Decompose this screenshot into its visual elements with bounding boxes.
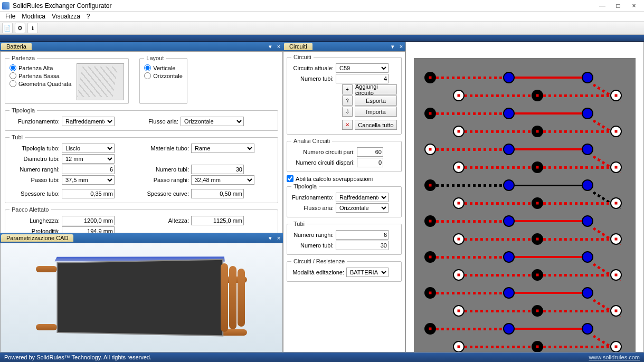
tube-row[interactable] [424,69,625,87]
tube-row[interactable] [424,104,625,122]
spessore-tubo-input[interactable] [62,189,115,198]
batteria-tab[interactable]: Batteria [1,43,32,50]
tube-node[interactable] [532,269,543,281]
tube-node[interactable] [424,251,436,263]
tube-node[interactable] [610,126,622,137]
tube-node[interactable] [453,233,465,245]
tube-node[interactable] [453,269,465,281]
tube-node[interactable] [582,144,593,155]
tube-node[interactable] [610,233,622,245]
tube-node[interactable] [503,215,515,227]
tube-node[interactable] [453,341,465,353]
toolbar-btn-1[interactable]: 📄 [2,23,13,33]
tube-node[interactable] [582,323,593,335]
tube-node[interactable] [532,126,543,137]
tube-row[interactable] [424,284,625,302]
minimize-button[interactable]: — [594,2,610,9]
tube-node[interactable] [582,215,593,227]
tube-row[interactable] [424,248,625,266]
toolbar-btn-2[interactable]: ⚙ [15,23,25,33]
cad-viewport[interactable] [0,243,283,353]
tube-row[interactable] [424,230,625,248]
cancella-tutto-button[interactable]: Cancella tutto [355,120,397,130]
circ-funzionamento-select[interactable]: Raffreddamento [336,193,389,202]
altezza-input[interactable] [191,216,244,225]
tipologia-tubo-select[interactable]: Liscio [62,144,115,153]
tube-node[interactable] [582,108,593,119]
tube-node[interactable] [532,233,543,245]
passo-ranghi-select[interactable]: 32,48 mm [191,175,254,185]
cad-close-icon[interactable]: × [274,235,283,241]
tube-node[interactable] [424,215,436,227]
add-icon[interactable]: + [342,84,353,94]
layout-verticale-radio[interactable] [144,64,151,71]
numero-tubi-input[interactable] [191,165,244,174]
menu-file[interactable]: File [5,13,15,20]
profondita-input[interactable] [62,226,115,233]
tube-node[interactable] [582,251,593,263]
tube-row[interactable] [424,176,625,194]
circ-ranghi-input[interactable] [336,230,389,240]
layout-orizzontale-radio[interactable] [144,72,151,79]
tube-node[interactable] [503,108,515,119]
tube-row[interactable] [424,122,625,140]
tube-node[interactable] [453,90,465,101]
tube-node[interactable] [453,305,465,317]
status-link[interactable]: www.solidrules.com [589,354,640,360]
tube-node[interactable] [503,179,515,191]
funzionamento-select[interactable]: Raffreddamento [62,117,115,126]
flusso-aria-select[interactable]: Orizzontale [181,117,244,126]
tube-row[interactable] [424,212,625,230]
circuiti-close-icon[interactable]: × [397,43,405,50]
close-button[interactable]: × [626,2,642,9]
partenza-bassa-radio[interactable] [10,72,16,79]
tube-node[interactable] [532,161,543,173]
circuit-viewer[interactable] [405,42,644,353]
tube-node[interactable] [424,179,436,191]
tube-node[interactable] [610,305,622,317]
tube-node[interactable] [424,108,436,119]
delete-icon[interactable]: ✕ [342,120,353,130]
tube-node[interactable] [503,287,515,299]
partenza-alta-radio[interactable] [10,64,16,71]
passo-tubi-select[interactable]: 37,5 mm [62,175,115,185]
import-icon[interactable]: ⇩ [342,107,353,117]
circuiti-tab[interactable]: Circuiti [284,43,312,50]
diametro-tubi-select[interactable]: 12 mm [62,154,115,164]
tube-row[interactable] [424,320,625,338]
tube-node[interactable] [453,126,465,137]
tube-node[interactable] [424,287,436,299]
aggiungi-circuito-button[interactable]: Aggiungi circuito [355,84,397,94]
tube-node[interactable] [532,197,543,209]
maximize-button[interactable]: □ [610,2,626,9]
tube-row[interactable] [424,158,625,176]
numero-ranghi-input[interactable] [62,165,115,174]
tube-node[interactable] [503,144,515,155]
circuiti-pin-icon[interactable]: ▾ [389,43,397,50]
esporta-button[interactable]: Esporta [355,96,397,106]
circ-ntubi-input[interactable] [336,241,389,250]
tube-row[interactable] [424,266,625,284]
tube-row[interactable] [424,302,625,320]
tube-row[interactable] [424,194,625,212]
tube-node[interactable] [610,269,622,281]
tube-node[interactable] [503,251,515,263]
tube-node[interactable] [582,72,593,83]
tube-node[interactable] [610,90,622,101]
toolbar-btn-3[interactable]: ℹ [27,23,38,33]
circ-flusso-select[interactable]: Orizzontale [336,203,389,213]
export-icon[interactable]: ⇪ [342,96,353,106]
tube-node[interactable] [453,161,465,173]
spessore-curve-input[interactable] [191,189,244,198]
tube-node[interactable] [610,161,622,173]
tube-node[interactable] [532,341,543,353]
modalita-editazione-select[interactable]: BATTERIA [346,268,389,277]
cad-tab[interactable]: Parametrizzazione CAD [1,234,73,242]
tube-node[interactable] [610,341,622,353]
geometria-quadrata-radio[interactable] [10,80,16,87]
circuito-attuale-select[interactable]: C59 [336,63,389,73]
batteria-pin-icon[interactable]: ▾ [266,43,274,50]
tube-row[interactable] [424,87,625,104]
circuiti-pari-input[interactable] [357,147,383,157]
tube-node[interactable] [582,287,593,299]
